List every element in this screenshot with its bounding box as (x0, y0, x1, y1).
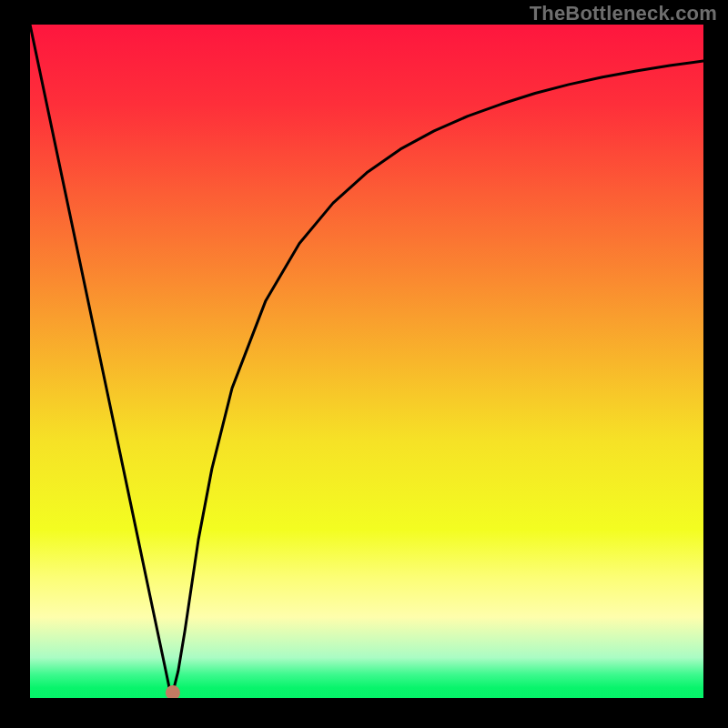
chart-frame: TheBottleneck.com (0, 0, 728, 728)
chart-background (30, 25, 703, 698)
chart-svg (30, 25, 703, 698)
plot-area (30, 25, 703, 698)
watermark-text: TheBottleneck.com (530, 2, 717, 25)
